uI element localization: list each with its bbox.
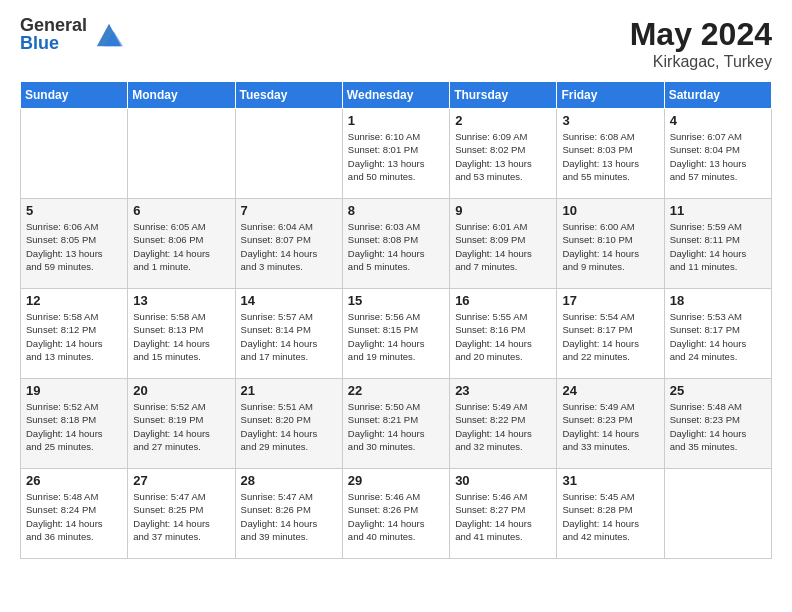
logo-text: General Blue: [20, 16, 87, 52]
day-number: 5: [26, 203, 122, 218]
day-info: Sunrise: 5:45 AM Sunset: 8:28 PM Dayligh…: [562, 490, 658, 543]
day-info: Sunrise: 6:04 AM Sunset: 8:07 PM Dayligh…: [241, 220, 337, 273]
calendar-week-5: 26Sunrise: 5:48 AM Sunset: 8:24 PM Dayli…: [21, 469, 772, 559]
day-info: Sunrise: 5:56 AM Sunset: 8:15 PM Dayligh…: [348, 310, 444, 363]
day-number: 16: [455, 293, 551, 308]
day-info: Sunrise: 6:06 AM Sunset: 8:05 PM Dayligh…: [26, 220, 122, 273]
calendar-cell: 28Sunrise: 5:47 AM Sunset: 8:26 PM Dayli…: [235, 469, 342, 559]
day-number: 30: [455, 473, 551, 488]
day-info: Sunrise: 5:59 AM Sunset: 8:11 PM Dayligh…: [670, 220, 766, 273]
calendar-cell: 27Sunrise: 5:47 AM Sunset: 8:25 PM Dayli…: [128, 469, 235, 559]
day-info: Sunrise: 6:05 AM Sunset: 8:06 PM Dayligh…: [133, 220, 229, 273]
calendar-cell: 15Sunrise: 5:56 AM Sunset: 8:15 PM Dayli…: [342, 289, 449, 379]
logo-icon: [95, 20, 123, 48]
day-number: 20: [133, 383, 229, 398]
title-location: Kirkagac, Turkey: [630, 53, 772, 71]
day-info: Sunrise: 6:00 AM Sunset: 8:10 PM Dayligh…: [562, 220, 658, 273]
calendar-cell: 11Sunrise: 5:59 AM Sunset: 8:11 PM Dayli…: [664, 199, 771, 289]
day-info: Sunrise: 5:48 AM Sunset: 8:24 PM Dayligh…: [26, 490, 122, 543]
calendar-cell: 6Sunrise: 6:05 AM Sunset: 8:06 PM Daylig…: [128, 199, 235, 289]
day-info: Sunrise: 5:48 AM Sunset: 8:23 PM Dayligh…: [670, 400, 766, 453]
day-info: Sunrise: 5:51 AM Sunset: 8:20 PM Dayligh…: [241, 400, 337, 453]
day-number: 28: [241, 473, 337, 488]
calendar-header-thursday: Thursday: [450, 82, 557, 109]
calendar-cell: 2Sunrise: 6:09 AM Sunset: 8:02 PM Daylig…: [450, 109, 557, 199]
calendar-cell: 18Sunrise: 5:53 AM Sunset: 8:17 PM Dayli…: [664, 289, 771, 379]
calendar-header-row: SundayMondayTuesdayWednesdayThursdayFrid…: [21, 82, 772, 109]
day-number: 11: [670, 203, 766, 218]
calendar-cell: 29Sunrise: 5:46 AM Sunset: 8:26 PM Dayli…: [342, 469, 449, 559]
day-info: Sunrise: 6:10 AM Sunset: 8:01 PM Dayligh…: [348, 130, 444, 183]
calendar-week-4: 19Sunrise: 5:52 AM Sunset: 8:18 PM Dayli…: [21, 379, 772, 469]
day-number: 26: [26, 473, 122, 488]
day-number: 12: [26, 293, 122, 308]
day-info: Sunrise: 5:57 AM Sunset: 8:14 PM Dayligh…: [241, 310, 337, 363]
day-info: Sunrise: 6:08 AM Sunset: 8:03 PM Dayligh…: [562, 130, 658, 183]
calendar-cell: 5Sunrise: 6:06 AM Sunset: 8:05 PM Daylig…: [21, 199, 128, 289]
logo-blue: Blue: [20, 34, 87, 52]
day-number: 13: [133, 293, 229, 308]
day-number: 1: [348, 113, 444, 128]
calendar-cell: 20Sunrise: 5:52 AM Sunset: 8:19 PM Dayli…: [128, 379, 235, 469]
calendar-cell: 16Sunrise: 5:55 AM Sunset: 8:16 PM Dayli…: [450, 289, 557, 379]
day-number: 22: [348, 383, 444, 398]
calendar-cell: [128, 109, 235, 199]
day-number: 27: [133, 473, 229, 488]
day-info: Sunrise: 5:58 AM Sunset: 8:12 PM Dayligh…: [26, 310, 122, 363]
calendar-cell: 25Sunrise: 5:48 AM Sunset: 8:23 PM Dayli…: [664, 379, 771, 469]
day-info: Sunrise: 5:52 AM Sunset: 8:18 PM Dayligh…: [26, 400, 122, 453]
calendar: SundayMondayTuesdayWednesdayThursdayFrid…: [20, 81, 772, 559]
calendar-cell: 31Sunrise: 5:45 AM Sunset: 8:28 PM Dayli…: [557, 469, 664, 559]
day-info: Sunrise: 5:58 AM Sunset: 8:13 PM Dayligh…: [133, 310, 229, 363]
title-month: May 2024: [630, 16, 772, 53]
day-number: 15: [348, 293, 444, 308]
title-block: May 2024 Kirkagac, Turkey: [630, 16, 772, 71]
day-number: 29: [348, 473, 444, 488]
calendar-header-monday: Monday: [128, 82, 235, 109]
day-info: Sunrise: 5:47 AM Sunset: 8:26 PM Dayligh…: [241, 490, 337, 543]
header: General Blue May 2024 Kirkagac, Turkey: [20, 16, 772, 71]
calendar-cell: 22Sunrise: 5:50 AM Sunset: 8:21 PM Dayli…: [342, 379, 449, 469]
day-info: Sunrise: 5:49 AM Sunset: 8:23 PM Dayligh…: [562, 400, 658, 453]
day-number: 3: [562, 113, 658, 128]
day-info: Sunrise: 5:52 AM Sunset: 8:19 PM Dayligh…: [133, 400, 229, 453]
day-info: Sunrise: 6:07 AM Sunset: 8:04 PM Dayligh…: [670, 130, 766, 183]
calendar-cell: [664, 469, 771, 559]
day-number: 14: [241, 293, 337, 308]
calendar-header-sunday: Sunday: [21, 82, 128, 109]
day-number: 21: [241, 383, 337, 398]
day-info: Sunrise: 5:54 AM Sunset: 8:17 PM Dayligh…: [562, 310, 658, 363]
day-number: 18: [670, 293, 766, 308]
calendar-header-wednesday: Wednesday: [342, 82, 449, 109]
day-info: Sunrise: 6:01 AM Sunset: 8:09 PM Dayligh…: [455, 220, 551, 273]
calendar-cell: 26Sunrise: 5:48 AM Sunset: 8:24 PM Dayli…: [21, 469, 128, 559]
day-info: Sunrise: 5:55 AM Sunset: 8:16 PM Dayligh…: [455, 310, 551, 363]
calendar-cell: 14Sunrise: 5:57 AM Sunset: 8:14 PM Dayli…: [235, 289, 342, 379]
calendar-cell: 19Sunrise: 5:52 AM Sunset: 8:18 PM Dayli…: [21, 379, 128, 469]
calendar-cell: 3Sunrise: 6:08 AM Sunset: 8:03 PM Daylig…: [557, 109, 664, 199]
calendar-header-saturday: Saturday: [664, 82, 771, 109]
calendar-cell: 9Sunrise: 6:01 AM Sunset: 8:09 PM Daylig…: [450, 199, 557, 289]
day-number: 10: [562, 203, 658, 218]
day-info: Sunrise: 5:46 AM Sunset: 8:27 PM Dayligh…: [455, 490, 551, 543]
day-info: Sunrise: 5:53 AM Sunset: 8:17 PM Dayligh…: [670, 310, 766, 363]
calendar-cell: [21, 109, 128, 199]
calendar-cell: 8Sunrise: 6:03 AM Sunset: 8:08 PM Daylig…: [342, 199, 449, 289]
calendar-cell: 10Sunrise: 6:00 AM Sunset: 8:10 PM Dayli…: [557, 199, 664, 289]
calendar-cell: 21Sunrise: 5:51 AM Sunset: 8:20 PM Dayli…: [235, 379, 342, 469]
day-number: 2: [455, 113, 551, 128]
calendar-cell: 1Sunrise: 6:10 AM Sunset: 8:01 PM Daylig…: [342, 109, 449, 199]
day-number: 25: [670, 383, 766, 398]
day-number: 19: [26, 383, 122, 398]
day-number: 4: [670, 113, 766, 128]
calendar-cell: [235, 109, 342, 199]
day-number: 31: [562, 473, 658, 488]
calendar-cell: 13Sunrise: 5:58 AM Sunset: 8:13 PM Dayli…: [128, 289, 235, 379]
day-info: Sunrise: 5:49 AM Sunset: 8:22 PM Dayligh…: [455, 400, 551, 453]
calendar-cell: 4Sunrise: 6:07 AM Sunset: 8:04 PM Daylig…: [664, 109, 771, 199]
day-number: 17: [562, 293, 658, 308]
day-info: Sunrise: 5:50 AM Sunset: 8:21 PM Dayligh…: [348, 400, 444, 453]
day-number: 23: [455, 383, 551, 398]
day-number: 9: [455, 203, 551, 218]
logo-general: General: [20, 16, 87, 34]
